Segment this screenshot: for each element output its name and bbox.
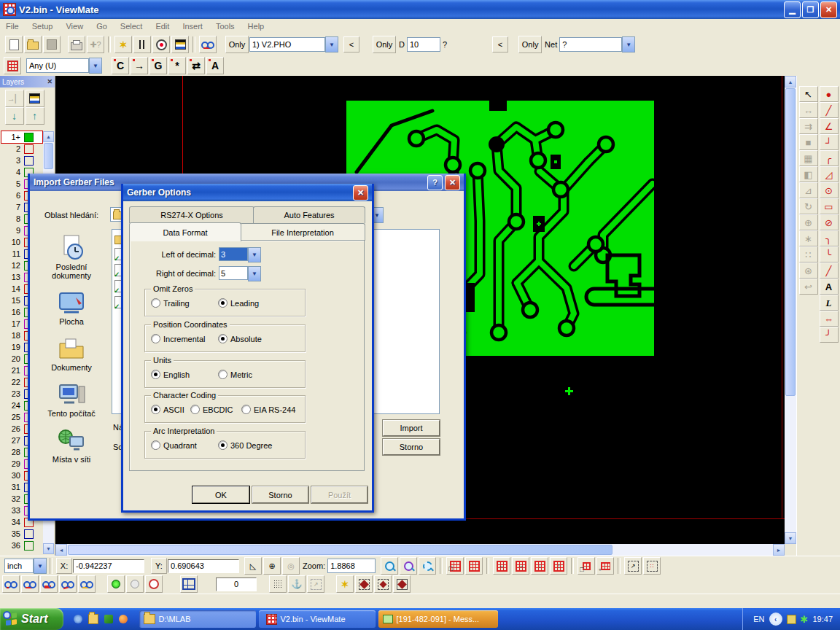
polyline-icon[interactable]: ∠ (820, 118, 839, 134)
import-dialog-close-icon[interactable]: ✕ (445, 175, 460, 190)
dcode-input[interactable]: 10 (407, 37, 440, 52)
tray-collapse-icon[interactable]: ‹ (769, 612, 782, 626)
explode-icon[interactable]: ∗ (799, 230, 818, 246)
step-repeat-icon[interactable]: ∷ (799, 246, 818, 262)
zoom-grid-small-icon[interactable]: □ (578, 557, 595, 575)
menu-select[interactable]: Select (114, 20, 149, 32)
film-colors-icon[interactable] (171, 36, 189, 53)
tray-icq-icon[interactable]: ✱ (801, 614, 809, 625)
redraw-icon[interactable]: ✶ (114, 36, 132, 53)
layer-down-icon[interactable]: ↓ (5, 107, 24, 125)
unit-combo-arrow-icon[interactable]: ▼ (34, 558, 47, 574)
left-of-decimal-combo[interactable]: 3▼ (219, 247, 261, 262)
l-text-icon[interactable]: L (820, 295, 839, 311)
cursor-icon[interactable]: ↖ (799, 86, 818, 102)
layers-scroll-up-icon[interactable]: ▲ (43, 131, 54, 142)
rotate-icon[interactable]: ↻ (799, 198, 818, 214)
pattern-square-icon[interactable]: ▦ (799, 150, 818, 166)
scroll-down-icon[interactable]: ▼ (785, 532, 796, 544)
view-filter-icon[interactable] (199, 36, 217, 53)
radio-360-degree[interactable]: 360 Degree (218, 440, 273, 450)
fill-square-icon[interactable]: ■ (799, 134, 818, 150)
zoom-input[interactable]: 1.8868 (327, 559, 376, 573)
radio-ascii[interactable]: ASCII (151, 405, 184, 414)
layer-row[interactable]: 36 (1, 540, 42, 551)
move-icon[interactable]: ↔ (799, 102, 818, 118)
bulb-on-icon[interactable] (107, 575, 125, 593)
quicklaunch-book-icon[interactable] (104, 615, 113, 623)
restore-button[interactable]: ❐ (802, 1, 819, 18)
minimize-button[interactable]: ▁ (784, 1, 801, 18)
arc-start-icon[interactable]: ╭ (820, 150, 839, 166)
measure-icon[interactable] (133, 36, 151, 53)
left-of-decimal-arrow-icon[interactable]: ▼ (248, 247, 261, 262)
net-combo[interactable]: ? (559, 37, 622, 52)
select-trace-button[interactable]: → (131, 57, 148, 74)
bulb-off-icon[interactable] (126, 575, 144, 593)
quicklaunch-ie-icon[interactable] (74, 615, 82, 623)
oblong-icon[interactable]: ⊘ (820, 214, 839, 230)
radio-ebcdic[interactable]: EBCDIC (190, 405, 233, 414)
select-gerber-button[interactable]: G (149, 57, 167, 74)
anchor-icon[interactable]: ⚓ (288, 575, 306, 593)
radio-leading[interactable]: Leading (218, 298, 259, 308)
text-icon[interactable]: A (820, 279, 839, 295)
layer-up-icon[interactable]: ↑ (26, 107, 44, 125)
layer-color-swatch[interactable] (24, 541, 34, 551)
apply-button[interactable]: Použít (311, 486, 368, 503)
gerber-dialog-titlebar[interactable]: Gerber Options ✕ (123, 184, 372, 201)
scroll-left-icon[interactable]: ◄ (55, 544, 67, 556)
prev-net-button[interactable]: < (492, 36, 508, 52)
horizontal-scrollbar[interactable]: ◄ ► (55, 544, 785, 556)
quicklaunch-firefox-icon[interactable] (119, 615, 128, 623)
unit-combo[interactable]: inch (4, 559, 34, 573)
layer-combo[interactable]: 1) V2.PHO (249, 37, 325, 52)
circle-icon[interactable]: ⊙ (820, 182, 839, 198)
menu-go[interactable]: Go (90, 20, 113, 32)
layer-row[interactable]: 35 (1, 528, 42, 540)
place-my-computer[interactable]: Tento počítač (36, 382, 106, 418)
radio-english[interactable]: English (151, 370, 190, 379)
print-icon[interactable] (68, 36, 85, 53)
shear-icon[interactable]: ⊿ (799, 182, 818, 198)
layer-color-swatch[interactable] (24, 529, 34, 539)
only-net-button[interactable]: Only (518, 36, 542, 53)
radio-absolute[interactable]: Absolute (218, 334, 262, 343)
curve-icon[interactable]: ╮ (820, 230, 839, 246)
radio-incremental[interactable]: Incremental (151, 334, 205, 343)
ok-button[interactable]: OK (192, 486, 249, 503)
zoom-grid-wide-icon[interactable]: ▫ (596, 557, 614, 575)
radio-eia-rs244[interactable]: EIA RS-244 (241, 405, 295, 414)
net-combo-arrow-icon[interactable]: ▼ (622, 36, 635, 52)
glasses-trace-icon[interactable] (59, 575, 77, 593)
dialog-help-icon[interactable]: ? (427, 175, 443, 190)
menu-view[interactable]: View (60, 20, 89, 32)
language-indicator[interactable]: EN (753, 615, 764, 623)
probe-target-icon[interactable]: ◎ (282, 557, 300, 575)
probe-icon[interactable] (145, 575, 163, 593)
pan-right-icon[interactable]: → (512, 557, 529, 575)
highlight-diamond-icon[interactable] (355, 575, 373, 593)
menu-tools[interactable]: Tools (210, 20, 241, 32)
highlight-star-icon[interactable]: ✶ (336, 575, 354, 593)
crosshair-icon[interactable]: ⊕ (263, 557, 281, 575)
right-of-decimal-combo[interactable]: 5▼ (219, 266, 261, 281)
magnify-icon[interactable] (381, 557, 398, 575)
context-help-icon[interactable]: ✚? (87, 36, 104, 53)
layers-close-icon[interactable]: ✕ (47, 78, 52, 85)
select-filter-icon[interactable] (4, 57, 21, 74)
only-layer-button[interactable]: Only (225, 36, 249, 53)
prev-layer-button[interactable]: < (343, 36, 359, 52)
glasses-pad-icon[interactable] (78, 575, 96, 593)
select-swap-button[interactable]: ⇄ (187, 57, 205, 74)
layer-film-icon[interactable] (26, 90, 44, 107)
glasses-dots-icon[interactable] (2, 575, 20, 593)
pan-left-icon[interactable]: ← (493, 557, 510, 575)
tab-file-interpretation[interactable]: File Interpretation (240, 223, 365, 241)
select-component-button[interactable]: C (112, 57, 129, 74)
layer-color-swatch[interactable] (24, 144, 34, 154)
pad-icon[interactable]: ● (820, 86, 839, 102)
layers-scroll-down-icon[interactable]: ▼ (43, 543, 54, 554)
highlight-diamond2-icon[interactable] (374, 575, 392, 593)
select-dots-icon[interactable]: ∷ (643, 557, 661, 575)
